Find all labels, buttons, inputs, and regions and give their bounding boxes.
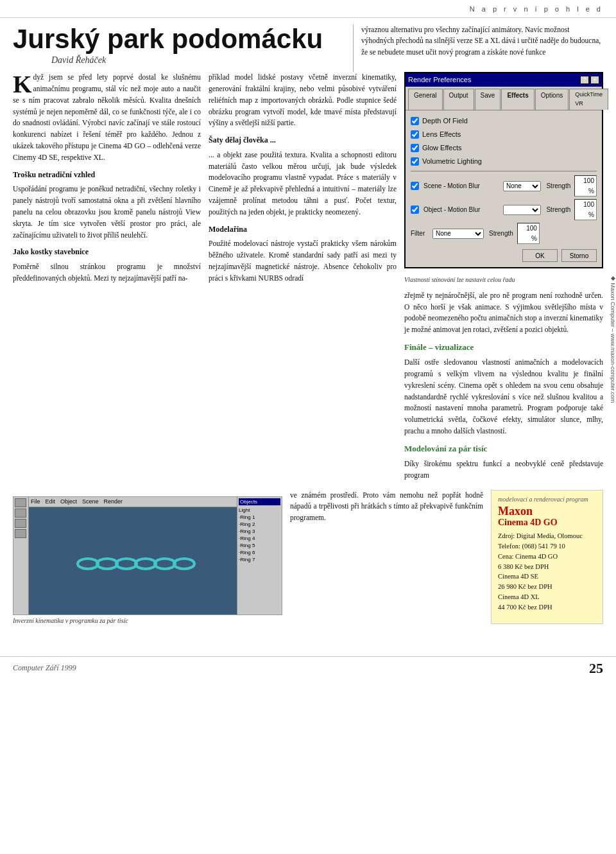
menu-render: Render bbox=[104, 498, 123, 505]
side-label: ◆ Maxon Computer – www.maxon-computer.co… bbox=[610, 275, 616, 403]
ss-main: File Edit Object Scene Render bbox=[29, 497, 237, 614]
article-author: David Řeháček bbox=[51, 55, 353, 65]
checkbox-lens-input[interactable] bbox=[411, 130, 419, 139]
checkbox-glow-input[interactable] bbox=[411, 144, 419, 152]
info-prices: Cena: Cinema 4D GO 6 380 Kč bez DPH Cine… bbox=[498, 552, 596, 613]
checkbox-vol-label: Volumetric Lighting bbox=[422, 156, 482, 167]
svg-point-1 bbox=[97, 559, 117, 569]
ok-button[interactable]: OK bbox=[522, 249, 558, 262]
svg-point-5 bbox=[174, 559, 194, 569]
checkbox-vol-input[interactable] bbox=[411, 157, 419, 166]
dialog-tabs: General Output Save Effects Options Quic… bbox=[406, 87, 602, 110]
right-col2-text: ve známém prostředí. Proto vám nemohu ne… bbox=[290, 490, 483, 524]
scene-blur-select[interactable]: None bbox=[503, 181, 541, 191]
ss-panel-item-1: Light bbox=[239, 507, 280, 514]
scene-blur-checkbox[interactable] bbox=[411, 182, 419, 190]
section1-text: Uspořádání programu je poněkud netradičn… bbox=[13, 184, 201, 241]
ss-toolbar bbox=[13, 497, 29, 614]
dialog-help-btn[interactable]: ? bbox=[580, 76, 589, 84]
article-title: Jurský park podomácku bbox=[13, 24, 353, 54]
ss-panel-title: Objects bbox=[239, 498, 280, 505]
modelovani-text: Díky širokému spektru funkcí a neobvyklé… bbox=[404, 458, 603, 482]
screenshot-caption: Inverzní kinematika v programku za pár t… bbox=[13, 617, 282, 624]
filter-label: Filter bbox=[411, 229, 430, 239]
ss-tool-1 bbox=[15, 498, 26, 507]
modelarina-text: Použité modelovací nástroje vystačí prak… bbox=[209, 238, 397, 284]
info-phone: Telefon: (068) 541 79 10 bbox=[498, 541, 596, 552]
info-box-title-line2: Cinema 4D GO bbox=[498, 518, 596, 528]
drop-cap: K bbox=[13, 74, 32, 94]
filter-strength-label: Strength bbox=[489, 229, 513, 239]
dialog-body: Depth Of Field Lens Effects Glow Effects… bbox=[406, 110, 602, 267]
scene-strength-val: 100 % bbox=[574, 175, 597, 196]
info-source: Zdroj: Digital Media, Olomouc bbox=[498, 531, 596, 541]
screenshot-row: File Edit Object Scene Render bbox=[13, 490, 603, 624]
col-middle: příklad model lidské postavy včetně inve… bbox=[209, 72, 397, 484]
menu-edit: Edit bbox=[46, 498, 56, 505]
ss-panel-item-8: ·Ring 7 bbox=[239, 556, 280, 563]
info-box-body: Zdroj: Digital Media, Olomouc Telefon: (… bbox=[498, 531, 596, 612]
cinema4d-screenshot: File Edit Object Scene Render bbox=[13, 496, 282, 615]
chain-svg bbox=[69, 535, 197, 586]
dialog-footer: OK Storno bbox=[411, 249, 597, 262]
screenshot-inner: File Edit Object Scene Render bbox=[13, 497, 282, 614]
info-price-0: Cena: Cinema 4D GO bbox=[498, 552, 596, 562]
checkbox-glow-label: Glow Effects bbox=[422, 143, 462, 153]
modelovani-heading: Modelování za pár tisíc bbox=[404, 442, 603, 455]
ss-panel-item-2: ·Ring 1 bbox=[239, 514, 280, 521]
object-motion-blur-row: Object - Motion Blur Strength 100 % bbox=[411, 199, 597, 220]
info-price-3: 26 980 Kč bez DPH bbox=[498, 582, 596, 592]
shaty-text: ... a objekt zase použitá textura. Kvali… bbox=[209, 150, 397, 218]
three-col-body: Když jsem se před lety poprvé dostal ke … bbox=[13, 72, 603, 484]
right-top-text: výraznou alternativu pro všechny začínaj… bbox=[361, 26, 601, 56]
checkbox-dof-input[interactable] bbox=[411, 117, 419, 125]
ss-menubar: File Edit Object Scene Render bbox=[29, 497, 237, 507]
ss-panel: Objects Light ·Ring 1 ·Ring 2 ·Ring 3 ·R… bbox=[237, 497, 282, 614]
svg-point-3 bbox=[135, 559, 156, 569]
header-nav: N a p r v n í p o h l e d bbox=[470, 5, 603, 13]
ss-panel-item-3: ·Ring 2 bbox=[239, 521, 280, 528]
tab-general[interactable]: General bbox=[408, 89, 443, 110]
dialog-title: Render Preferences bbox=[408, 74, 471, 85]
right-col2-area: ve známém prostředí. Proto vám nemohu ne… bbox=[290, 490, 483, 624]
info-box-title-line1: Maxon bbox=[498, 505, 596, 518]
svg-point-4 bbox=[155, 559, 175, 569]
menu-file: File bbox=[31, 498, 40, 505]
checkbox-dof-label: Depth Of Field bbox=[422, 116, 468, 126]
filter-select[interactable]: None bbox=[432, 229, 484, 239]
checkbox-lens-label: Lens Effects bbox=[422, 129, 461, 140]
footer-page-number: 25 bbox=[589, 660, 603, 677]
tab-save[interactable]: Save bbox=[475, 89, 501, 110]
finale-heading: Finále – vizualizace bbox=[404, 341, 603, 354]
dialog-titlebar: Render Preferences ? × bbox=[406, 73, 602, 87]
dialog-caption: Vlastností stínování lze nastavit celou … bbox=[404, 275, 603, 285]
shaty-heading: Šaty dělaj člověka ... bbox=[209, 134, 397, 146]
object-strength-label: Strength bbox=[546, 205, 570, 215]
ss-tool-3 bbox=[15, 519, 26, 528]
info-price-2: Cinema 4D SE bbox=[498, 571, 596, 582]
object-blur-select[interactable] bbox=[503, 205, 541, 215]
col-middle-text1: příklad model lidské postavy včetně inve… bbox=[209, 72, 397, 129]
object-strength-val: 100 % bbox=[574, 199, 597, 220]
object-blur-label: Object - Motion Blur bbox=[424, 205, 501, 215]
article-body-right: zřejmě ty nejnáročnější, ale pro ně prog… bbox=[404, 290, 603, 482]
filter-strength-val: 100 % bbox=[517, 223, 540, 244]
scene-motion-blur-row: Scene - Motion Blur None Strength 100 % bbox=[411, 175, 597, 196]
dialog-close-btn[interactable]: × bbox=[590, 76, 599, 84]
ss-panel-item-4: ·Ring 3 bbox=[239, 528, 280, 535]
article-body-middle: příklad model lidské postavy včetně inve… bbox=[209, 72, 397, 284]
tab-options[interactable]: Options bbox=[535, 89, 569, 110]
ss-tool-4 bbox=[15, 529, 26, 538]
filter-row: Filter None Strength 100 % bbox=[411, 223, 597, 244]
ss-panel-item-5: ·Ring 4 bbox=[239, 535, 280, 542]
checkbox-glow: Glow Effects bbox=[411, 143, 597, 153]
object-blur-checkbox[interactable] bbox=[411, 205, 419, 214]
tab-quicktime[interactable]: QuickTime VR bbox=[569, 89, 608, 110]
col-right: Render Preferences ? × General Output Sa… bbox=[404, 72, 603, 484]
tab-effects[interactable]: Effects bbox=[501, 89, 534, 110]
tab-output[interactable]: Output bbox=[443, 89, 474, 110]
checkbox-lens: Lens Effects bbox=[411, 129, 597, 140]
menu-object: Object bbox=[60, 498, 77, 505]
svg-point-0 bbox=[78, 559, 98, 569]
cancel-button[interactable]: Storno bbox=[561, 249, 597, 262]
